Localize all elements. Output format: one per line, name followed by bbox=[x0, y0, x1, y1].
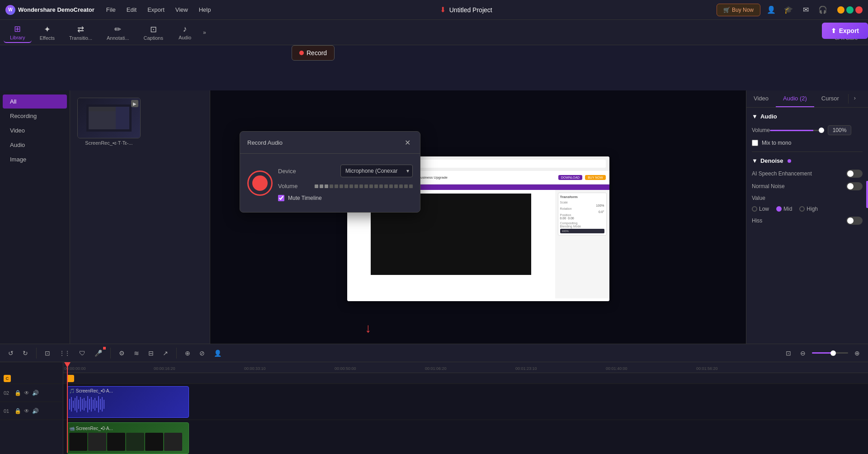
tab-audio[interactable]: Audio (2) bbox=[776, 90, 814, 107]
tab-video[interactable]: Video bbox=[746, 90, 776, 107]
tool-transitions[interactable]: ⇄ Transitio... bbox=[63, 23, 99, 43]
volume-slider[interactable] bbox=[770, 130, 824, 131]
minimize-button[interactable] bbox=[837, 6, 844, 14]
vol-dot-7 bbox=[344, 184, 348, 188]
dialog-close-button[interactable]: ✕ bbox=[402, 137, 413, 148]
ruler-spacer bbox=[0, 362, 63, 373]
tool-captions[interactable]: ⊡ Captions bbox=[137, 23, 170, 43]
sidebar-item-recording[interactable]: Recording bbox=[3, 109, 67, 123]
record-voice-tool[interactable]: 🎤 bbox=[92, 348, 105, 359]
ripple-tool[interactable]: ⋮⋮ bbox=[57, 348, 73, 358]
svg-rect-15 bbox=[89, 399, 90, 410]
svg-rect-7 bbox=[75, 398, 75, 411]
video-clip[interactable]: 📹 ScreenRec_•0·A... bbox=[67, 422, 189, 454]
video-strips bbox=[69, 433, 187, 451]
track-01-audio[interactable]: 🔊 bbox=[32, 408, 39, 414]
record-large-button[interactable] bbox=[247, 170, 273, 196]
timeline-tracks-right[interactable]: 00:00:00:00 00:00:16:20 00:00:33:10 00:0… bbox=[63, 362, 868, 454]
radio-low[interactable]: Low bbox=[752, 206, 769, 212]
sidebar-item-audio[interactable]: Audio bbox=[3, 138, 67, 152]
tool-audio[interactable]: ♪ Audio bbox=[171, 23, 198, 42]
tool-annotations[interactable]: ✏ Annotati... bbox=[100, 23, 136, 43]
vol-dot-17 bbox=[394, 184, 398, 188]
record-button[interactable]: Record bbox=[292, 45, 335, 61]
track-01-visible[interactable]: 👁 bbox=[24, 408, 29, 414]
volume-dialog-row: Volume bbox=[278, 183, 413, 189]
tool-library[interactable]: ⊞ Library bbox=[4, 22, 32, 43]
accent-bar bbox=[866, 181, 868, 208]
snapshot-tool[interactable]: ⊟ bbox=[146, 348, 156, 359]
strip-3 bbox=[107, 433, 125, 451]
education-icon[interactable]: 🎓 bbox=[782, 4, 795, 16]
track-02-audio[interactable]: 🔊 bbox=[32, 390, 39, 396]
mail-icon[interactable]: ✉ bbox=[799, 4, 812, 16]
audio-section-title: Audio bbox=[760, 113, 777, 120]
collapse-panel-button[interactable]: › bbox=[850, 90, 859, 107]
library-item[interactable]: ▶ ScreenRec_•ε·Τ·Τε-... bbox=[77, 98, 141, 146]
menu-help[interactable]: Help bbox=[194, 5, 216, 15]
hiss-toggle[interactable] bbox=[846, 217, 863, 225]
normal-noise-toggle[interactable] bbox=[846, 182, 863, 190]
track-02-visible[interactable]: 👁 bbox=[24, 390, 29, 396]
close-button[interactable] bbox=[855, 6, 863, 14]
marker-tool[interactable]: 🛡 bbox=[76, 348, 88, 359]
position-values: 0.00 0.00 bbox=[560, 217, 604, 220]
tab-divider bbox=[848, 94, 849, 104]
buy-now-button[interactable]: 🛒 Buy Now bbox=[717, 4, 760, 16]
headphone-icon[interactable]: 🎧 bbox=[816, 4, 829, 16]
device-row: Device Microphone (Conexar bbox=[278, 165, 413, 177]
mix-to-mono-checkbox[interactable] bbox=[752, 140, 758, 146]
redo-button[interactable]: ↻ bbox=[20, 348, 31, 359]
zoom-fit-button[interactable]: ⊡ bbox=[783, 348, 794, 359]
settings-tool[interactable]: ⚙ bbox=[116, 348, 127, 359]
thumbnail-label: ScreenRec_•ε·Τ·Τε-... bbox=[77, 140, 141, 146]
transform-label: Transform bbox=[560, 195, 604, 199]
denoise-section-header[interactable]: ▼ Denoise bbox=[752, 157, 863, 164]
svg-rect-21 bbox=[100, 399, 101, 410]
zoom-slider[interactable] bbox=[812, 352, 848, 354]
user-icon[interactable]: 👤 bbox=[765, 4, 778, 16]
menu-export[interactable]: Export bbox=[143, 5, 169, 15]
normal-noise-label: Normal Noise bbox=[752, 183, 785, 189]
vol-dot-12 bbox=[369, 184, 373, 188]
person-tool[interactable]: 👤 bbox=[211, 348, 224, 359]
sidebar-item-video[interactable]: Video bbox=[3, 123, 67, 137]
tab-cursor[interactable]: Cursor bbox=[814, 90, 846, 107]
audio-clip[interactable]: 🎵 ScreenRec_•0·A... bbox=[67, 386, 189, 418]
volume-input[interactable] bbox=[828, 125, 851, 135]
menu-view[interactable]: View bbox=[171, 5, 193, 15]
svg-rect-10 bbox=[80, 397, 81, 411]
zoom-out-button[interactable]: ⊖ bbox=[797, 348, 808, 359]
track-02-lock[interactable]: 🔒 bbox=[14, 390, 21, 396]
radio-low-label: Low bbox=[759, 206, 769, 212]
ai-tool[interactable]: ⊕ bbox=[182, 348, 193, 359]
tool-effects[interactable]: ✦ Effects bbox=[33, 23, 61, 43]
vol-dot-9 bbox=[354, 184, 358, 188]
waveform-tool[interactable]: ≋ bbox=[131, 348, 142, 359]
effect-tool[interactable]: ⊘ bbox=[197, 348, 208, 359]
scale-value: 100% bbox=[560, 204, 604, 207]
sidebar-item-image[interactable]: Image bbox=[3, 152, 67, 166]
undo-button[interactable]: ↺ bbox=[5, 348, 16, 359]
menu-file[interactable]: File bbox=[102, 5, 120, 15]
device-select[interactable]: Microphone (Conexar bbox=[340, 165, 413, 177]
volume-dialog-label: Volume bbox=[278, 183, 305, 189]
ai-speech-label: AI Speech Enhancement bbox=[752, 170, 812, 177]
radio-mid[interactable]: Mid bbox=[776, 206, 792, 212]
radio-high[interactable]: High bbox=[799, 206, 818, 212]
menu-edit[interactable]: Edit bbox=[122, 5, 141, 15]
sidebar-item-all[interactable]: All bbox=[3, 95, 67, 109]
motion-tool[interactable]: ↗ bbox=[160, 348, 171, 359]
ai-speech-toggle[interactable] bbox=[846, 170, 863, 178]
more-tools-button[interactable]: » bbox=[200, 28, 209, 38]
audio-section-header[interactable]: ▼ Audio bbox=[752, 113, 863, 120]
mute-timeline-checkbox[interactable] bbox=[278, 195, 284, 201]
export-button[interactable]: ⬆ Export bbox=[822, 23, 868, 39]
zoom-in-button[interactable]: ⊕ bbox=[852, 348, 863, 359]
maximize-button[interactable] bbox=[846, 6, 854, 14]
ruler-4: 00:01:06:20 bbox=[425, 366, 447, 371]
record-dot-icon bbox=[299, 51, 304, 55]
thumbnail-image: ▶ bbox=[77, 98, 141, 138]
split-tool[interactable]: ⊡ bbox=[42, 348, 53, 359]
track-01-lock[interactable]: 🔒 bbox=[14, 408, 21, 414]
